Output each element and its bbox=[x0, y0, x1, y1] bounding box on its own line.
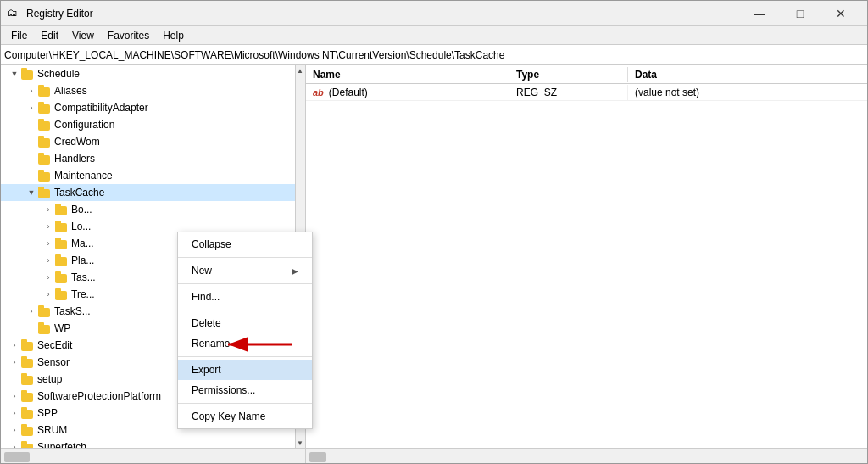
cell-data-default: (value not set) bbox=[628, 85, 867, 100]
tree-item-compatibilityadapter[interactable]: › CompatibilityAdapter bbox=[1, 99, 305, 116]
tree-label-secedit: SecEdit bbox=[37, 339, 72, 351]
folder-icon-taskcache bbox=[38, 187, 52, 198]
ctx-new[interactable]: New ▶ bbox=[178, 260, 312, 281]
tree-label-srum: SRUM bbox=[37, 424, 67, 436]
tree-item-credwom[interactable]: CredWom bbox=[1, 133, 305, 150]
folder-icon-handlers bbox=[38, 153, 52, 165]
tree-label-superfetch: Superfetch bbox=[37, 441, 86, 448]
tree-label-handlers: Handlers bbox=[54, 153, 95, 165]
value-name: (Default) bbox=[329, 87, 368, 98]
ctx-find-label: Find... bbox=[192, 291, 220, 303]
menu-file[interactable]: File bbox=[4, 28, 34, 43]
cell-type-default: REG_SZ bbox=[509, 85, 628, 100]
title-bar: 🗂 Registry Editor — □ ✕ bbox=[1, 1, 867, 26]
right-hscroll-thumb[interactable] bbox=[309, 452, 326, 462]
tree-label-schedule: Schedule bbox=[37, 68, 80, 80]
expand-icon-configuration bbox=[25, 118, 38, 131]
expand-icon-spp-platform: › bbox=[8, 389, 21, 403]
menu-edit[interactable]: Edit bbox=[34, 28, 65, 43]
folder-icon-lo bbox=[55, 221, 69, 232]
tree-label-tas: Tas... bbox=[71, 271, 96, 283]
tree-label-sensor: Sensor bbox=[37, 356, 70, 368]
folder-icon-spp bbox=[21, 407, 35, 419]
tree-item-configuration[interactable]: Configuration bbox=[1, 116, 305, 133]
menu-view[interactable]: View bbox=[65, 28, 101, 43]
ctx-new-label: New bbox=[192, 265, 212, 277]
folder-icon-setup bbox=[21, 373, 35, 385]
scrollbar-up-arrow[interactable]: ▲ bbox=[295, 65, 305, 75]
tree-item-superfetch[interactable]: › Superfetch bbox=[1, 439, 305, 448]
expand-icon-wp bbox=[25, 321, 38, 335]
tree-hscrollbar[interactable] bbox=[1, 449, 306, 464]
maximize-button[interactable]: □ bbox=[781, 1, 820, 26]
tree-label-tasks: TaskS... bbox=[54, 305, 91, 317]
ctx-separator-2 bbox=[178, 283, 312, 284]
tree-item-aliases[interactable]: › Aliases bbox=[1, 82, 305, 99]
folder-icon-configuration bbox=[38, 119, 52, 131]
context-menu: Collapse New ▶ Find... Delete Rename Exp… bbox=[177, 232, 313, 429]
tree-label-lo: Lo... bbox=[71, 221, 91, 232]
folder-icon-tas bbox=[55, 271, 69, 283]
expand-icon-bo: › bbox=[42, 203, 55, 216]
ctx-separator-3 bbox=[178, 310, 312, 310]
ctx-permissions[interactable]: Permissions... bbox=[178, 380, 312, 400]
expand-icon-pla: › bbox=[42, 254, 55, 267]
menu-favorites[interactable]: Favorites bbox=[101, 28, 156, 43]
menu-help[interactable]: Help bbox=[156, 28, 191, 43]
expand-icon-compatibilityadapter: › bbox=[25, 101, 38, 115]
ctx-find[interactable]: Find... bbox=[178, 287, 312, 307]
ctx-copy-key-name[interactable]: Copy Key Name bbox=[178, 406, 312, 427]
folder-icon-ma bbox=[55, 238, 69, 249]
title-controls: — □ ✕ bbox=[740, 1, 860, 26]
folder-icon-superfetch bbox=[21, 441, 35, 448]
ctx-delete-label: Delete bbox=[192, 317, 221, 329]
ctx-copy-key-name-label: Copy Key Name bbox=[192, 411, 265, 422]
address-bar: Computer\HKEY_LOCAL_MACHINE\SOFTWARE\Mic… bbox=[1, 45, 867, 65]
ctx-collapse[interactable]: Collapse bbox=[178, 234, 312, 254]
tree-item-schedule[interactable]: ▼ Schedule bbox=[1, 65, 305, 82]
tree-item-handlers[interactable]: Handlers bbox=[1, 150, 305, 167]
tree-item-maintenance[interactable]: Maintenance bbox=[1, 167, 305, 184]
col-header-name: Name bbox=[306, 67, 509, 82]
tree-item-bo[interactable]: › Bo... bbox=[1, 201, 305, 218]
right-hscrollbar[interactable] bbox=[306, 449, 867, 464]
tree-hscroll-thumb[interactable] bbox=[4, 452, 30, 462]
tree-label-taskcache: TaskCache bbox=[54, 187, 104, 198]
expand-icon-maintenance bbox=[25, 169, 38, 182]
folder-icon-tasks bbox=[38, 305, 52, 317]
ctx-delete[interactable]: Delete bbox=[178, 313, 312, 333]
folder-icon-secedit bbox=[21, 339, 35, 351]
expand-icon-taskcache: ▼ bbox=[25, 186, 38, 199]
tree-label-maintenance: Maintenance bbox=[54, 170, 113, 182]
expand-icon-ma: › bbox=[42, 237, 55, 250]
main-content: ▼ Schedule › Aliases › CompatibilityAdap… bbox=[1, 65, 867, 448]
folder-icon-bo bbox=[55, 204, 69, 215]
bottom-bar bbox=[1, 448, 867, 464]
expand-icon-schedule: ▼ bbox=[8, 67, 21, 81]
tree-label-spp-platform: SoftwareProtectionPlatform bbox=[37, 390, 161, 402]
close-button[interactable]: ✕ bbox=[821, 1, 860, 26]
table-row[interactable]: ab (Default) REG_SZ (value not set) bbox=[306, 84, 867, 101]
folder-icon-wp bbox=[38, 322, 52, 334]
expand-icon-tasks: › bbox=[25, 305, 38, 318]
expand-icon-setup bbox=[8, 372, 21, 386]
tree-label-aliases: Aliases bbox=[54, 85, 87, 97]
tree-label-spp: SPP bbox=[37, 407, 58, 419]
folder-icon-sensor bbox=[21, 356, 35, 368]
minimize-button[interactable]: — bbox=[740, 1, 779, 26]
scrollbar-down-arrow[interactable]: ▼ bbox=[295, 438, 305, 448]
folder-icon-credwom bbox=[38, 136, 52, 148]
ctx-export[interactable]: Export bbox=[178, 360, 312, 380]
ctx-export-label: Export bbox=[192, 364, 221, 376]
details-header: Name Type Data bbox=[306, 65, 867, 84]
tree-item-taskcache[interactable]: ▼ TaskCache bbox=[1, 184, 305, 201]
tree-label-pla: Pla... bbox=[71, 254, 94, 266]
ctx-permissions-label: Permissions... bbox=[192, 384, 255, 396]
expand-icon-handlers bbox=[25, 152, 38, 165]
tree-label-wp: WP bbox=[54, 322, 70, 334]
value-icon: ab bbox=[313, 87, 324, 98]
tree-label-compatibilityadapter: CompatibilityAdapter bbox=[54, 102, 148, 114]
expand-icon-srum: › bbox=[8, 423, 21, 437]
folder-icon-srum bbox=[21, 424, 35, 436]
col-header-type: Type bbox=[509, 67, 628, 82]
